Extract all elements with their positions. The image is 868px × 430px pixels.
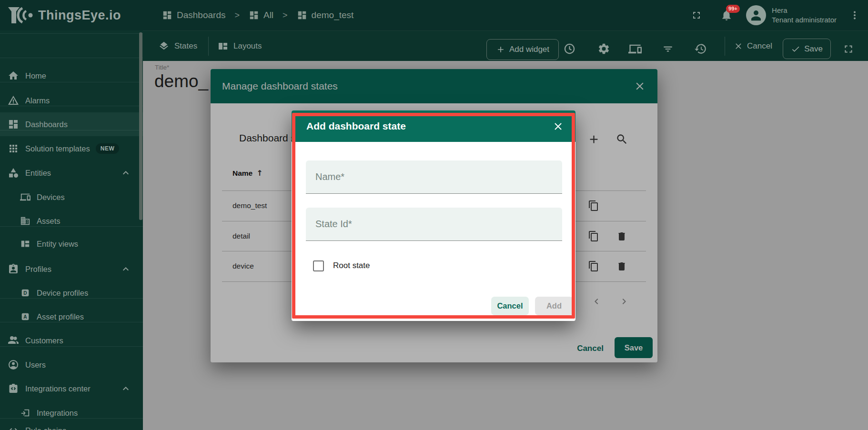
dashboard-icon — [297, 10, 307, 20]
integration-arrow-icon — [20, 408, 30, 418]
asset-profile-icon: A — [20, 311, 30, 322]
search-icon[interactable] — [616, 133, 628, 146]
breadcrumb-item-all[interactable]: All — [249, 10, 273, 20]
account-circle-icon — [8, 359, 19, 370]
app-logo-text: ThingsEye.io — [38, 8, 121, 23]
notifications-button[interactable]: 99+ — [720, 9, 733, 21]
sidebar-item-profiles[interactable]: Profiles — [0, 257, 143, 281]
copy-icon[interactable] — [588, 230, 599, 242]
sidebar-item-asset-profiles[interactable]: A Asset profiles — [0, 305, 143, 329]
state-id-input-field[interactable]: State Id* — [306, 208, 562, 241]
alarm-warning-icon — [8, 95, 19, 106]
breadcrumb-separator: > — [234, 10, 240, 20]
sidebar-item-entity-views[interactable]: Entity views — [0, 232, 143, 256]
sidebar-item-assets[interactable]: Assets — [0, 209, 143, 233]
fullscreen-button[interactable] — [691, 10, 702, 21]
user-info[interactable]: Hera Tenant administrator — [772, 6, 837, 25]
dashboard-icon — [8, 119, 19, 130]
entities-shapes-icon — [8, 167, 19, 179]
sidebar-item-home[interactable]: Home — [0, 64, 143, 88]
root-state-label: Root state — [333, 261, 370, 270]
sidebar-item-solution-templates[interactable]: Solution templates NEW — [0, 137, 143, 160]
sidebar-item-device-profiles[interactable]: D Device profiles — [0, 281, 143, 305]
fullscreen-icon[interactable] — [842, 43, 855, 55]
chevron-up-icon[interactable] — [120, 263, 131, 275]
svg-text:A: A — [23, 314, 27, 320]
breadcrumb-item-demo-test[interactable]: demo_test — [297, 10, 354, 20]
rule-chains-icon — [8, 425, 19, 430]
add-widget-button[interactable]: Add widget — [486, 39, 559, 60]
toolbar-save-button[interactable]: Save — [783, 39, 831, 59]
toolbar-cancel-button[interactable]: Cancel — [734, 31, 772, 61]
dashboard-toolbar: States Layouts Add widget Cancel Save — [143, 30, 868, 61]
state-id-input-placeholder: State Id* — [315, 219, 352, 230]
building-icon — [20, 216, 30, 226]
add-dialog-add-button[interactable]: Add — [535, 297, 573, 315]
layers-icon — [158, 40, 170, 52]
user-avatar[interactable] — [746, 5, 766, 25]
state-row-name: detail — [232, 232, 250, 240]
manage-cancel-button[interactable]: Cancel — [573, 341, 608, 356]
copy-icon[interactable] — [588, 200, 599, 211]
user-role: Tenant administrator — [772, 15, 837, 25]
breadcrumb-item-dashboards[interactable]: Dashboards — [162, 10, 225, 20]
thingseye-logo-icon — [7, 5, 34, 25]
sidebar-item-users[interactable]: Users — [0, 353, 143, 377]
layout-icon — [217, 40, 229, 52]
version-history-icon[interactable] — [694, 42, 707, 55]
settings-gear-icon[interactable] — [597, 42, 610, 55]
new-badge: NEW — [96, 143, 120, 154]
sidebar-scrollbar[interactable] — [139, 32, 142, 220]
manage-save-button[interactable]: Save — [615, 337, 653, 358]
chevron-up-icon[interactable] — [120, 383, 131, 394]
copy-icon[interactable] — [588, 260, 599, 272]
sort-ascending-icon: ↑ — [256, 169, 262, 178]
layouts-button[interactable]: Layouts — [217, 31, 262, 61]
page-previous-icon[interactable] — [591, 296, 602, 307]
title-field-label: Title* — [155, 64, 169, 71]
header-menu-button[interactable] — [849, 10, 860, 21]
sidebar-item-integrations-center[interactable]: Integrations center — [0, 377, 143, 400]
add-state-plus-icon[interactable] — [587, 133, 600, 146]
sidebar-item-alarms[interactable]: Alarms — [0, 89, 143, 112]
root-state-checkbox[interactable] — [313, 260, 324, 271]
integrations-center-icon — [8, 383, 19, 394]
sidebar-item-entities[interactable]: Entities — [0, 161, 143, 185]
delete-trash-icon[interactable] — [616, 230, 627, 242]
app-header: ThingsEye.io Dashboards > All > demo_tes… — [0, 0, 868, 30]
title-field-value[interactable]: demo_ — [154, 71, 208, 91]
close-icon[interactable] — [552, 120, 564, 132]
entity-aliases-devices-icon[interactable] — [628, 42, 642, 56]
add-dialog-title: Add dashboard state — [306, 120, 406, 132]
header-actions: 99+ Hera Tenant administrator — [691, 0, 860, 30]
column-header-name[interactable]: Name ↑ — [232, 169, 263, 178]
more-vert-icon — [849, 10, 860, 21]
manage-dialog-title: Manage dashboard states — [222, 80, 338, 92]
states-button[interactable]: States — [158, 31, 197, 61]
notification-badge: 99+ — [726, 5, 740, 13]
svg-text:D: D — [23, 290, 27, 296]
dashboard-icon — [162, 10, 172, 20]
sidebar-item-dashboards[interactable]: Dashboards — [0, 112, 143, 136]
sidebar: Home Alarms Dashboards Solution template… — [0, 30, 143, 430]
name-input-placeholder: Name* — [315, 171, 344, 182]
name-input-field[interactable]: Name* — [306, 160, 562, 194]
apps-grid-icon — [8, 143, 19, 154]
entity-views-icon — [20, 239, 30, 249]
delete-trash-icon[interactable] — [616, 260, 627, 272]
sidebar-item-rule-chains[interactable]: Rule chains — [0, 419, 143, 430]
close-icon[interactable] — [634, 80, 646, 92]
dashboard-icon — [249, 10, 259, 20]
sidebar-item-customers[interactable]: Customers — [0, 329, 143, 352]
chevron-up-icon[interactable] — [120, 167, 131, 179]
breadcrumb-separator: > — [283, 10, 288, 20]
breadcrumb: Dashboards > All > demo_test — [162, 0, 353, 30]
app-logo[interactable]: ThingsEye.io — [7, 5, 121, 25]
add-dialog-cancel-button[interactable]: Cancel — [491, 297, 529, 315]
page-next-icon[interactable] — [618, 296, 630, 307]
devices-icon — [20, 192, 30, 202]
time-window-clock-icon[interactable] — [563, 42, 576, 55]
filter-icon[interactable] — [662, 43, 674, 55]
plus-icon — [496, 45, 505, 54]
sidebar-item-devices[interactable]: Devices — [0, 185, 143, 209]
